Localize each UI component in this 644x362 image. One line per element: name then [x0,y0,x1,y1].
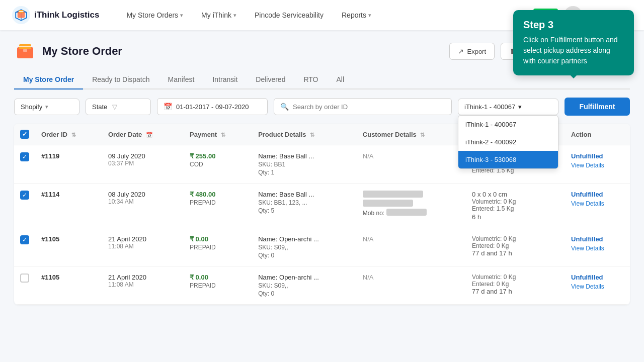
export-icon: ↗ [458,47,464,55]
fulfillment-button[interactable]: Fulfillment [565,98,630,116]
order-date-cell: 21 April 2020 11:08 AM [102,228,184,266]
dimension-cell: Volumetric: 0 Kg Entered: 0 Kg 77 d and … [466,266,565,305]
row-checkbox[interactable]: ✓ [20,152,29,161]
chevron-down-icon: ▾ [368,12,371,19]
customer-details-cell: N/A [357,228,466,266]
product-details-cell: Name: Open-archi ... SKU: S09,, Qty: 0 [252,266,357,305]
action-cell: Unfulfilled View Details [565,145,630,184]
header-payment: Payment ⇅ [184,124,252,145]
sort-icon: ⇅ [71,132,76,138]
dimension-cell: Volumetric: 0 Kg Entered: 0 Kg 77 d and … [466,228,565,266]
customer-blur-mob [386,209,427,216]
payment-cell: ₹ 255.00 COD [184,145,252,184]
customer-blur-line2 [363,200,413,207]
select-all-checkbox[interactable]: ✓ [20,130,29,139]
order-id-cell: #1119 [35,145,102,184]
step-description: Click on Fulfillment button and select p… [523,35,624,66]
header-customer-details: Customer Details ⇅ [357,124,466,145]
logo-icon [12,6,30,24]
chevron-down-icon: ▾ [180,12,183,19]
view-details-link[interactable]: View Details [571,283,624,290]
header-checkbox-cell: ✓ [14,124,35,145]
sort-icon: 📅 [146,132,153,138]
dimension-cell: 0 x 0 x 0 cm Volumetric: 0 Kg Entered: 1… [466,184,565,228]
state-select[interactable]: State ▽ [86,99,151,115]
order-date-cell: 09 July 2020 03:37 PM [102,145,184,184]
page-title-area: My Store Order [14,40,122,62]
row-checkbox-cell: ✓ [14,184,35,228]
tab-manifest[interactable]: Manifest [159,70,204,89]
header-order-date: Order Date 📅 [102,124,184,145]
action-cell: Unfulfilled View Details [565,228,630,266]
row-checkbox-cell [14,266,35,305]
customer-details-cell: Mob no: [357,184,466,228]
chevron-down-icon: ▾ [233,12,236,19]
step-number: Step 3 [523,19,624,31]
product-details-cell: Name: Open-archi ... SKU: S09,, Qty: 0 [252,228,357,266]
page-icon [14,40,36,62]
tab-rto[interactable]: RTO [294,70,327,89]
page-title: My Store Order [42,45,122,58]
order-id-cell: #1105 [35,266,102,305]
order-date-cell: 08 July 2020 10:34 AM [102,184,184,228]
step-tooltip: Step 3 Click on Fulfillment button and s… [513,10,634,75]
nav-reports[interactable]: Reports ▾ [335,7,378,23]
logo[interactable]: iThink Logistics [12,6,99,24]
payment-cell: ₹ 0.00 PREPAID [184,228,252,266]
nav-pincode[interactable]: Pincode Serviceability [248,7,331,23]
row-checkbox[interactable] [20,274,29,283]
export-button[interactable]: ↗ Export [449,43,495,60]
order-date-cell: 21 April 2020 11:08 AM [102,266,184,305]
tab-all[interactable]: All [327,70,353,89]
tab-my-store-order[interactable]: My Store Order [14,70,83,89]
row-checkbox[interactable]: ✓ [20,191,29,200]
order-id-cell: #1114 [35,184,102,228]
product-details-cell: Name: Base Ball ... SKU: BB1 Qty: 1 [252,145,357,184]
view-details-link[interactable]: View Details [571,200,624,207]
order-id-cell: #1105 [35,228,102,266]
payment-cell: ₹ 0.00 PREPAID [184,266,252,305]
tab-delivered[interactable]: Delivered [247,70,294,89]
nav-links: My Store Orders ▾ My iThink ▾ Pincode Se… [119,7,533,23]
search-input[interactable] [293,103,445,111]
tab-intransit[interactable]: Intransit [203,70,247,89]
nav-my-ithink[interactable]: My iThink ▾ [194,7,244,23]
table-row: ✓ #1114 08 July 2020 10:34 AM ₹ 480.00 P… [14,184,630,228]
action-cell: Unfulfilled View Details [565,266,630,305]
view-details-link[interactable]: View Details [571,245,624,252]
date-range-filter[interactable]: 📅 01-01-2017 - 09-07-2020 [157,98,268,115]
logo-text: iThink Logistics [34,10,99,20]
view-details-link[interactable]: View Details [571,162,624,169]
customer-blur-line1 [363,191,423,198]
payment-cell: ₹ 480.00 PREPAID [184,184,252,228]
filter-icon: ▽ [112,103,117,111]
product-details-cell: Name: Base Ball ... SKU: BB1, 123, ... Q… [252,184,357,228]
header-action: Action [565,124,630,145]
sort-icon: ⇅ [221,132,225,138]
customer-details-cell: N/A [357,145,466,184]
table-row: #1105 21 April 2020 11:08 AM ₹ 0.00 PREP… [14,266,630,305]
warehouse-option-3[interactable]: iThink-3 - 530068 [458,151,558,168]
tab-ready-to-dispatch[interactable]: Ready to Dispatch [83,70,158,89]
sort-icon: ⇅ [310,132,314,138]
warehouse-dropdown: iThink-1 - 400067 iThink-2 - 400092 iThi… [458,115,558,169]
platform-select[interactable]: Shopify ▾ [14,99,79,115]
calendar-icon: 📅 [164,103,172,111]
header-product-details: Product Details ⇅ [252,124,357,145]
filters-row: Shopify ▾ State ▽ 📅 01-01-2017 - 09-07-2… [14,98,630,116]
warehouse-select[interactable]: iThink-1 - 400067 ▾ [458,99,558,115]
row-checkbox-cell: ✓ [14,145,35,184]
nav-my-store-orders[interactable]: My Store Orders ▾ [119,7,190,23]
action-cell: Unfulfilled View Details [565,184,630,228]
svg-rect-6 [23,49,27,52]
warehouse-option-1[interactable]: iThink-1 - 400067 [458,116,558,133]
warehouse-option-2[interactable]: iThink-2 - 400092 [458,133,558,151]
row-checkbox[interactable]: ✓ [20,235,29,244]
customer-details-cell: N/A [357,266,466,305]
search-icon: 🔍 [280,103,289,111]
row-checkbox-cell: ✓ [14,228,35,266]
header-order-id: Order ID ⇅ [35,124,102,145]
table-row: ✓ #1105 21 April 2020 11:08 AM ₹ 0.00 PR… [14,228,630,266]
search-box[interactable]: 🔍 [274,98,452,115]
chevron-down-icon: ▾ [45,104,48,110]
